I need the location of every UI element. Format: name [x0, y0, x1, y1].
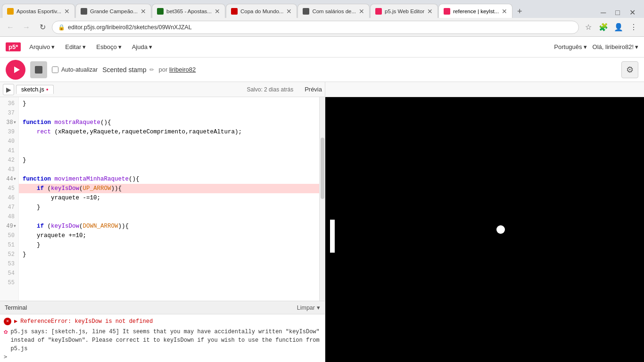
lock-icon: 🔒	[58, 24, 65, 31]
settings-button[interactable]: ⚙	[621, 61, 638, 78]
code-line-39: rect (xRaquete,yRaquete,raqueteComprimen…	[19, 127, 319, 137]
tab-bar: Apostas Esportiv... ✕ Grande Campeão... …	[0, 0, 644, 18]
refresh-button[interactable]: ↻	[36, 21, 49, 34]
tab-apostas[interactable]: Apostas Esportiv... ✕	[2, 4, 75, 18]
preview-panel	[325, 82, 644, 362]
tab-close-2[interactable]: ✕	[140, 8, 146, 15]
preview-tab-label[interactable]: Prévia	[305, 86, 322, 93]
editor-panel: ▶ sketch.js • Salvo: 2 dias atrás Prévia…	[0, 82, 325, 362]
line-num-48: 48	[0, 212, 18, 222]
tab-salarios[interactable]: Com salários de... ✕	[297, 4, 370, 18]
code-line-41	[19, 146, 319, 156]
tab-close-5[interactable]: ✕	[359, 8, 364, 15]
bookmark-button[interactable]: ☆	[582, 21, 595, 34]
menu-ajuda[interactable]: Ajuda ▾	[127, 41, 157, 52]
minimize-button[interactable]: ─	[597, 8, 610, 18]
browser-toolbar: ← → ↻ 🔒 editor.p5js.org/liribeiro82/sket…	[0, 18, 644, 37]
code-editor[interactable]: 36 37 38▾ 39 40 41 42 43 44▾ 45 46 47 48…	[0, 97, 325, 301]
pong-paddle-left	[330, 220, 335, 253]
line-num-37: 37	[0, 108, 18, 118]
tab-label-2: Grande Campeão...	[90, 8, 138, 14]
auto-update-checkbox[interactable]	[52, 66, 58, 73]
terminal-prompt: >	[4, 354, 7, 360]
app: p5* Arquivo ▾ Editar ▾ Esboço ▾ Ajuda ▾ …	[0, 37, 644, 362]
line-num-50: 50	[0, 231, 18, 240]
app-menu: Arquivo ▾ Editar ▾ Esboço ▾ Ajuda ▾	[25, 41, 157, 52]
tab-close-3[interactable]: ✕	[215, 8, 220, 15]
address-bar[interactable]: 🔒 editor.p5js.org/liribeiro82/sketches/0…	[52, 21, 579, 34]
line-num-45: 45	[0, 184, 18, 193]
code-line-52: }	[19, 250, 319, 259]
new-tab-button[interactable]: +	[513, 5, 526, 18]
terminal-body: ✕ ▶ ReferenceError: keyIsDow is not defi…	[0, 314, 325, 354]
tab-reference[interactable]: reference | keylst... ✕	[438, 4, 512, 18]
profile-button[interactable]: 👤	[612, 21, 625, 34]
tab-label-7: reference | keylst...	[453, 8, 499, 14]
user-greeting[interactable]: Olá, liribeiro82! ▾	[593, 43, 638, 50]
tab-label-5: Com salários de...	[312, 8, 356, 14]
code-line-48	[19, 212, 319, 222]
code-line-43	[19, 165, 319, 174]
auto-update-toggle[interactable]: Auto-atualizar	[52, 66, 98, 73]
back-button[interactable]: ←	[4, 21, 17, 34]
code-line-42: }	[19, 156, 319, 165]
preview-canvas	[325, 97, 644, 362]
tab-close-7[interactable]: ✕	[502, 8, 507, 15]
tab-label-3: bet365 - Apostas...	[166, 8, 212, 14]
code-line-37	[19, 108, 319, 118]
address-text: editor.p5js.org/liribeiro82/sketches/09W…	[68, 24, 573, 31]
file-tab-sketchjs[interactable]: sketch.js •	[16, 85, 54, 94]
stop-icon	[35, 66, 42, 74]
author-link[interactable]: liribeiro82	[169, 66, 196, 73]
menu-arquivo[interactable]: Arquivo ▾	[25, 41, 59, 52]
extensions-button[interactable]: 🧩	[597, 21, 610, 34]
terminal-clear-button[interactable]: Limpar ▾	[297, 304, 320, 311]
code-content[interactable]: } function mostraRaquete(){ rect (xRaque…	[19, 97, 319, 301]
unsaved-indicator: •	[46, 86, 49, 93]
p5-logo[interactable]: p5*	[6, 42, 21, 51]
tab-favicon-5	[303, 8, 309, 15]
tab-p5editor[interactable]: p5.js Web Editor ✕	[370, 4, 438, 18]
line-num-44: 44▾	[0, 174, 18, 184]
collapse-panel-button[interactable]: ▶	[3, 84, 14, 95]
code-line-47: }	[19, 203, 319, 212]
close-window-button[interactable]: ✕	[626, 7, 639, 18]
tab-label-4: Copa do Mundo...	[240, 8, 283, 14]
play-button[interactable]	[6, 60, 25, 80]
maximize-button[interactable]: □	[611, 8, 624, 18]
line-num-40: 40	[0, 137, 18, 146]
tab-favicon-3	[157, 8, 164, 15]
stop-button[interactable]	[30, 61, 47, 78]
tab-bet365[interactable]: bet365 - Apostas... ✕	[152, 4, 225, 18]
language-selector[interactable]: Português ▾	[554, 43, 586, 50]
tab-grande[interactable]: Grande Campeão... ✕	[75, 4, 151, 18]
editor-scrollbar[interactable]	[319, 97, 325, 301]
line-num-42: 42	[0, 156, 18, 165]
scrollbar-thumb[interactable]	[321, 138, 324, 199]
error-triangle-icon: ▶	[14, 317, 17, 326]
code-line-54	[19, 269, 319, 278]
code-line-45: if (keyIsDow(UP_ARROW)){	[19, 184, 319, 193]
tab-close-6[interactable]: ✕	[427, 8, 433, 15]
terminal-header: Terminal Limpar ▾	[0, 301, 325, 314]
sketch-name[interactable]: Scented stamp ✏	[102, 66, 154, 74]
code-line-55	[19, 278, 319, 288]
terminal-input-row: >	[0, 354, 325, 362]
error-message: ReferenceError: keyIsDow is not defined	[20, 317, 153, 326]
line-numbers: 36 37 38▾ 39 40 41 42 43 44▾ 45 46 47 48…	[0, 97, 19, 301]
tab-close-4[interactable]: ✕	[286, 8, 292, 15]
svg-marker-0	[14, 66, 20, 73]
tab-favicon-6	[375, 8, 382, 15]
forward-button[interactable]: →	[20, 21, 33, 34]
more-button[interactable]: ⋮	[627, 21, 640, 34]
tab-close-1[interactable]: ✕	[64, 8, 70, 15]
edit-name-icon[interactable]: ✏	[149, 66, 154, 73]
line-num-49: 49▾	[0, 222, 18, 231]
line-num-55: 55	[0, 278, 18, 288]
line-num-46: 46	[0, 193, 18, 203]
tab-copa[interactable]: Copa do Mundo... ✕	[226, 4, 297, 18]
menu-editar[interactable]: Editar ▾	[60, 41, 91, 52]
tab-label-1: Apostas Esportiv...	[17, 8, 61, 14]
menu-esboco[interactable]: Esboço ▾	[91, 41, 126, 52]
preview-header	[325, 82, 644, 97]
